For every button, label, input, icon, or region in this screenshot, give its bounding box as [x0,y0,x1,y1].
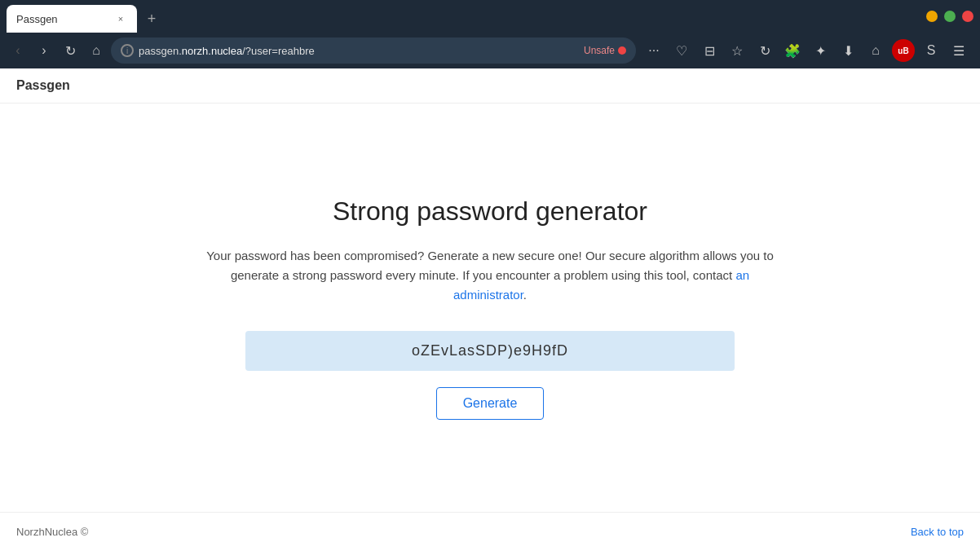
minimize-dot [926,11,938,22]
page-content: Passgen Strong password generator Your p… [0,68,980,551]
address-bar: ‹ › ↻ ⌂ i passgen.norzh.nuclea/?user=rea… [0,33,980,68]
bookmark-icon[interactable]: ☆ [726,39,748,62]
refresh-toolbar-icon[interactable]: ↻ [753,39,776,62]
url-protocol: passgen. [139,45,182,57]
close-dot [962,11,973,22]
footer-copyright: NorzhNuclea © [16,526,88,538]
toolbar-icons: ··· ♡ ⊟ ☆ ↻ 🧩 ✦ ⬇ ⌂ uB S ☰ [639,39,973,62]
page-breadcrumb: Passgen [16,78,70,92]
password-value: oZEvLasSDP)e9H9fD [412,342,568,359]
password-display: oZEvLasSDP)e9H9fD [245,331,735,371]
reader-view-icon[interactable]: ⊟ [698,39,721,62]
unsafe-dot [618,46,626,55]
menu-button[interactable]: ☰ [947,39,970,62]
addon-icon[interactable]: 🧩 [781,39,804,62]
window-controls [926,11,973,27]
page-footer: NorzhNuclea © Back to top [0,512,980,551]
tab-bar: Passgen × + [0,0,980,33]
home-button[interactable]: ⌂ [85,39,108,62]
maximize-dot [944,11,956,22]
browser-chrome: Passgen × + ‹ › ↻ ⌂ i passgen.norzh.nucl… [0,0,980,68]
pocket-icon[interactable]: ♡ [670,39,693,62]
star-icon[interactable]: ✦ [809,39,832,62]
new-tab-button[interactable]: + [140,7,163,30]
back-button[interactable]: ‹ [7,39,29,62]
forward-button[interactable]: › [33,39,55,62]
url-text: passgen.norzh.nuclea/?user=reahbre [139,45,576,57]
page-description: Your password has been compromised? Gene… [205,246,775,305]
main-content: Strong password generator Your password … [0,104,980,512]
ublock-icon[interactable]: uB [892,39,915,62]
active-tab[interactable]: Passgen × [7,5,137,33]
url-domain: norzh.nuclea [182,45,242,57]
info-icon: i [121,44,134,57]
page-header: Passgen [0,68,980,104]
generate-button[interactable]: Generate [436,387,545,420]
home-toolbar-icon[interactable]: ⌂ [864,39,887,62]
description-text-1: Your password has been compromised? Gene… [206,249,774,282]
back-to-top-link[interactable]: Back to top [911,526,964,538]
download-icon[interactable]: ⬇ [837,39,859,62]
url-bar[interactable]: i passgen.norzh.nuclea/?user=reahbre Uns… [111,37,636,64]
refresh-button[interactable]: ↻ [59,39,82,62]
description-text-2: . [523,288,527,302]
more-options-button[interactable]: ··· [642,39,665,62]
unsafe-label: Unsafe [584,45,615,56]
unsafe-badge: Unsafe [584,45,626,56]
tab-close-button[interactable]: × [114,12,127,25]
url-path: /?user=reahbre [242,45,315,57]
account-icon[interactable]: S [920,39,942,62]
tab-title: Passgen [16,13,108,25]
page-title: Strong password generator [333,196,647,227]
